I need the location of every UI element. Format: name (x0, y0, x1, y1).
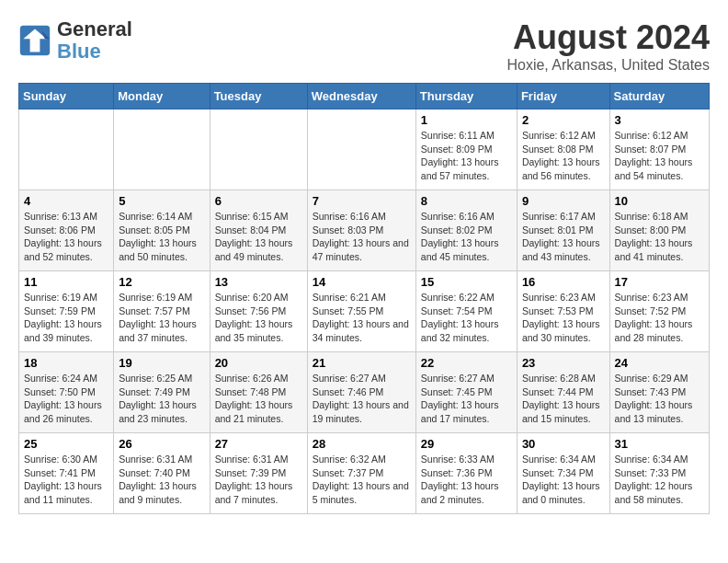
day-number: 2 (522, 113, 605, 127)
calendar-cell: 1 Sunrise: 6:11 AMSunset: 8:09 PMDayligh… (415, 109, 517, 190)
day-number: 10 (615, 194, 704, 208)
calendar-cell: 7 Sunrise: 6:16 AMSunset: 8:03 PMDayligh… (307, 190, 415, 271)
day-info: Sunrise: 6:33 AMSunset: 7:36 PMDaylight:… (421, 453, 512, 507)
logo: GeneralBlue (18, 18, 132, 63)
calendar-table: SundayMondayTuesdayWednesdayThursdayFrid… (18, 83, 710, 514)
day-info: Sunrise: 6:30 AMSunset: 7:41 PMDaylight:… (24, 453, 108, 507)
day-info: Sunrise: 6:20 AMSunset: 7:56 PMDaylight:… (215, 291, 302, 345)
title-section: August 2024 Hoxie, Arkansas, United Stat… (506, 18, 710, 74)
calendar-cell: 21 Sunrise: 6:27 AMSunset: 7:46 PMDaylig… (307, 352, 415, 433)
day-info: Sunrise: 6:25 AMSunset: 7:49 PMDaylight:… (119, 372, 204, 426)
calendar-week-row: 1 Sunrise: 6:11 AMSunset: 8:09 PMDayligh… (19, 109, 710, 190)
day-number: 28 (313, 437, 411, 451)
calendar-cell: 2 Sunrise: 6:12 AMSunset: 8:08 PMDayligh… (517, 109, 609, 190)
main-title: August 2024 (506, 18, 710, 57)
day-number: 19 (119, 356, 204, 370)
day-info: Sunrise: 6:34 AMSunset: 7:33 PMDaylight:… (615, 453, 704, 507)
calendar-cell: 17 Sunrise: 6:23 AMSunset: 7:52 PMDaylig… (609, 271, 709, 352)
calendar-cell: 28 Sunrise: 6:32 AMSunset: 7:37 PMDaylig… (307, 433, 415, 514)
calendar-cell: 26 Sunrise: 6:31 AMSunset: 7:40 PMDaylig… (114, 433, 210, 514)
day-info: Sunrise: 6:28 AMSunset: 7:44 PMDaylight:… (522, 372, 605, 426)
day-header-thursday: Thursday (415, 84, 517, 109)
day-number: 21 (313, 356, 411, 370)
day-header-monday: Monday (114, 84, 210, 109)
day-header-sunday: Sunday (19, 84, 114, 109)
calendar-header-row: SundayMondayTuesdayWednesdayThursdayFrid… (19, 84, 710, 109)
day-number: 23 (522, 356, 605, 370)
day-number: 30 (522, 437, 605, 451)
day-info: Sunrise: 6:26 AMSunset: 7:48 PMDaylight:… (215, 372, 302, 426)
calendar-cell: 6 Sunrise: 6:15 AMSunset: 8:04 PMDayligh… (210, 190, 307, 271)
day-info: Sunrise: 6:12 AMSunset: 8:07 PMDaylight:… (615, 129, 704, 183)
calendar-cell: 10 Sunrise: 6:18 AMSunset: 8:00 PMDaylig… (609, 190, 709, 271)
day-info: Sunrise: 6:13 AMSunset: 8:06 PMDaylight:… (24, 210, 108, 264)
logo-icon (18, 24, 51, 57)
calendar-cell: 3 Sunrise: 6:12 AMSunset: 8:07 PMDayligh… (609, 109, 709, 190)
day-number: 7 (313, 194, 411, 208)
calendar-cell (19, 109, 114, 190)
day-info: Sunrise: 6:19 AMSunset: 7:57 PMDaylight:… (119, 291, 204, 345)
calendar-week-row: 25 Sunrise: 6:30 AMSunset: 7:41 PMDaylig… (19, 433, 710, 514)
day-number: 18 (24, 356, 108, 370)
day-number: 3 (615, 113, 704, 127)
calendar-cell: 15 Sunrise: 6:22 AMSunset: 7:54 PMDaylig… (415, 271, 517, 352)
day-info: Sunrise: 6:17 AMSunset: 8:01 PMDaylight:… (522, 210, 605, 264)
day-number: 5 (119, 194, 204, 208)
day-info: Sunrise: 6:11 AMSunset: 8:09 PMDaylight:… (421, 129, 512, 183)
page-header: GeneralBlue August 2024 Hoxie, Arkansas,… (18, 18, 710, 74)
calendar-cell: 19 Sunrise: 6:25 AMSunset: 7:49 PMDaylig… (114, 352, 210, 433)
calendar-week-row: 18 Sunrise: 6:24 AMSunset: 7:50 PMDaylig… (19, 352, 710, 433)
calendar-cell: 22 Sunrise: 6:27 AMSunset: 7:45 PMDaylig… (415, 352, 517, 433)
day-info: Sunrise: 6:12 AMSunset: 8:08 PMDaylight:… (522, 129, 605, 183)
calendar-week-row: 11 Sunrise: 6:19 AMSunset: 7:59 PMDaylig… (19, 271, 710, 352)
day-number: 25 (24, 437, 108, 451)
day-info: Sunrise: 6:14 AMSunset: 8:05 PMDaylight:… (119, 210, 204, 264)
calendar-week-row: 4 Sunrise: 6:13 AMSunset: 8:06 PMDayligh… (19, 190, 710, 271)
day-info: Sunrise: 6:23 AMSunset: 7:53 PMDaylight:… (522, 291, 605, 345)
day-info: Sunrise: 6:15 AMSunset: 8:04 PMDaylight:… (215, 210, 302, 264)
calendar-cell: 8 Sunrise: 6:16 AMSunset: 8:02 PMDayligh… (415, 190, 517, 271)
calendar-cell: 5 Sunrise: 6:14 AMSunset: 8:05 PMDayligh… (114, 190, 210, 271)
day-header-wednesday: Wednesday (307, 84, 415, 109)
day-header-friday: Friday (517, 84, 609, 109)
day-number: 15 (421, 275, 512, 289)
day-info: Sunrise: 6:16 AMSunset: 8:02 PMDaylight:… (421, 210, 512, 264)
calendar-cell: 24 Sunrise: 6:29 AMSunset: 7:43 PMDaylig… (609, 352, 709, 433)
day-number: 27 (215, 437, 302, 451)
day-number: 11 (24, 275, 108, 289)
calendar-cell: 14 Sunrise: 6:21 AMSunset: 7:55 PMDaylig… (307, 271, 415, 352)
day-number: 17 (615, 275, 704, 289)
calendar-cell: 20 Sunrise: 6:26 AMSunset: 7:48 PMDaylig… (210, 352, 307, 433)
day-number: 9 (522, 194, 605, 208)
day-number: 31 (615, 437, 704, 451)
day-number: 26 (119, 437, 204, 451)
day-info: Sunrise: 6:31 AMSunset: 7:39 PMDaylight:… (215, 453, 302, 507)
calendar-cell (210, 109, 307, 190)
day-number: 24 (615, 356, 704, 370)
calendar-cell: 16 Sunrise: 6:23 AMSunset: 7:53 PMDaylig… (517, 271, 609, 352)
day-number: 1 (421, 113, 512, 127)
day-info: Sunrise: 6:29 AMSunset: 7:43 PMDaylight:… (615, 372, 704, 426)
day-info: Sunrise: 6:31 AMSunset: 7:40 PMDaylight:… (119, 453, 204, 507)
calendar-cell: 18 Sunrise: 6:24 AMSunset: 7:50 PMDaylig… (19, 352, 114, 433)
day-info: Sunrise: 6:16 AMSunset: 8:03 PMDaylight:… (313, 210, 411, 264)
day-info: Sunrise: 6:34 AMSunset: 7:34 PMDaylight:… (522, 453, 605, 507)
calendar-cell: 30 Sunrise: 6:34 AMSunset: 7:34 PMDaylig… (517, 433, 609, 514)
day-number: 12 (119, 275, 204, 289)
subtitle: Hoxie, Arkansas, United States (506, 57, 710, 74)
day-info: Sunrise: 6:18 AMSunset: 8:00 PMDaylight:… (615, 210, 704, 264)
day-header-tuesday: Tuesday (210, 84, 307, 109)
calendar-cell: 4 Sunrise: 6:13 AMSunset: 8:06 PMDayligh… (19, 190, 114, 271)
calendar-cell: 25 Sunrise: 6:30 AMSunset: 7:41 PMDaylig… (19, 433, 114, 514)
calendar-cell: 23 Sunrise: 6:28 AMSunset: 7:44 PMDaylig… (517, 352, 609, 433)
day-header-saturday: Saturday (609, 84, 709, 109)
day-info: Sunrise: 6:32 AMSunset: 7:37 PMDaylight:… (313, 453, 411, 507)
calendar-cell: 27 Sunrise: 6:31 AMSunset: 7:39 PMDaylig… (210, 433, 307, 514)
calendar-cell (114, 109, 210, 190)
day-info: Sunrise: 6:23 AMSunset: 7:52 PMDaylight:… (615, 291, 704, 345)
calendar-cell: 11 Sunrise: 6:19 AMSunset: 7:59 PMDaylig… (19, 271, 114, 352)
day-number: 4 (24, 194, 108, 208)
calendar-cell: 9 Sunrise: 6:17 AMSunset: 8:01 PMDayligh… (517, 190, 609, 271)
calendar-cell: 29 Sunrise: 6:33 AMSunset: 7:36 PMDaylig… (415, 433, 517, 514)
day-info: Sunrise: 6:22 AMSunset: 7:54 PMDaylight:… (421, 291, 512, 345)
